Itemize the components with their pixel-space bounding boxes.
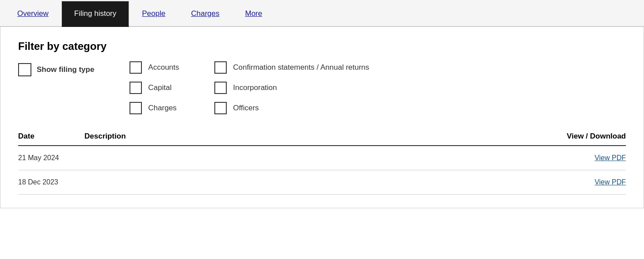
- filter-item-confirmation: Confirmation statements / Annual returns: [214, 61, 369, 74]
- row-view-1: View PDF: [546, 146, 626, 170]
- row-date-2: 18 Dec 2023: [18, 170, 84, 195]
- tab-filing-history[interactable]: Filing history: [61, 1, 129, 27]
- confirmation-checkbox[interactable]: [214, 61, 227, 74]
- col-header-date: Date: [18, 128, 84, 146]
- row-description-1: [84, 146, 546, 170]
- filter-item-accounts: Accounts: [130, 61, 179, 74]
- table-row: 21 May 2024 View PDF: [18, 146, 626, 170]
- show-filing-type-checkbox[interactable]: [18, 63, 31, 76]
- incorporation-label: Incorporation: [233, 83, 277, 92]
- charges-checkbox[interactable]: [130, 102, 142, 114]
- col-header-view-download: View / Download: [546, 128, 626, 146]
- tab-overview[interactable]: Overview: [4, 1, 61, 27]
- col-header-description: Description: [84, 128, 546, 146]
- row-date-1: 21 May 2024: [18, 146, 84, 170]
- filter-section: Filter by category Show filing type Acco…: [18, 40, 626, 114]
- accounts-checkbox[interactable]: [130, 61, 142, 74]
- filter-body: Show filing type Accounts Capital: [18, 61, 626, 114]
- show-filing-type-container: Show filing type: [18, 63, 94, 76]
- accounts-label: Accounts: [148, 63, 179, 72]
- filter-columns: Accounts Capital Charges Confir: [130, 61, 369, 114]
- filing-table: Date Description View / Download 21 May …: [18, 128, 626, 195]
- capital-checkbox[interactable]: [130, 82, 142, 94]
- capital-label: Capital: [148, 83, 171, 92]
- table-header-row: Date Description View / Download: [18, 128, 626, 146]
- tab-more[interactable]: More: [232, 1, 275, 27]
- tab-navigation: Overview Filing history People Charges M…: [0, 0, 644, 27]
- filter-item-charges: Charges: [130, 102, 179, 114]
- table-row: 18 Dec 2023 View PDF: [18, 170, 626, 195]
- officers-checkbox[interactable]: [214, 102, 227, 114]
- filter-title: Filter by category: [18, 40, 626, 53]
- show-filing-type-label: Show filing type: [37, 65, 94, 74]
- incorporation-checkbox[interactable]: [214, 82, 227, 94]
- main-content: Filter by category Show filing type Acco…: [0, 27, 644, 208]
- officers-label: Officers: [233, 104, 259, 113]
- tab-charges[interactable]: Charges: [178, 1, 232, 27]
- charges-label: Charges: [148, 104, 176, 113]
- filter-column-left: Accounts Capital Charges: [130, 61, 179, 114]
- tab-people[interactable]: People: [129, 1, 178, 27]
- filter-item-incorporation: Incorporation: [214, 82, 369, 94]
- view-pdf-link-2[interactable]: View PDF: [594, 178, 626, 186]
- confirmation-label: Confirmation statements / Annual returns: [233, 63, 369, 72]
- view-pdf-link-1[interactable]: View PDF: [594, 154, 626, 161]
- row-description-2: [84, 170, 546, 195]
- row-view-2: View PDF: [546, 170, 626, 195]
- filter-item-officers: Officers: [214, 102, 369, 114]
- filter-column-right: Confirmation statements / Annual returns…: [214, 61, 369, 114]
- filter-item-capital: Capital: [130, 82, 179, 94]
